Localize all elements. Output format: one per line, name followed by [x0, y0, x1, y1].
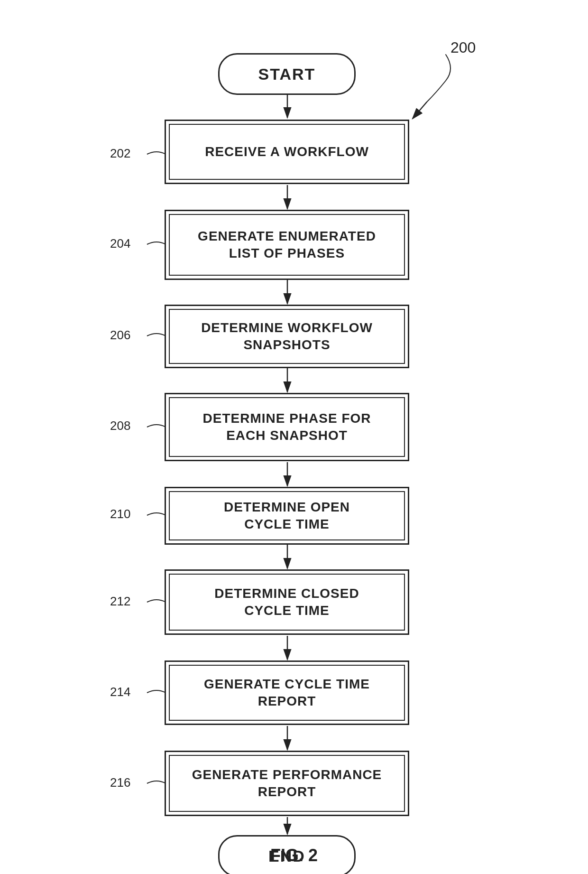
ref-208: 208 [110, 418, 130, 433]
svg-line-10 [413, 102, 427, 119]
step-204-text: GENERATE ENUMERATEDLIST OF PHASES [198, 228, 376, 262]
ref-204: 204 [110, 236, 130, 251]
step-212-text: DETERMINE CLOSEDCYCLE TIME [214, 585, 359, 620]
step-206-text: DETERMINE WORKFLOWSNAPSHOTS [201, 319, 373, 354]
ref-214: 214 [110, 685, 130, 699]
step-208-text: DETERMINE PHASE FOREACH SNAPSHOT [202, 410, 371, 445]
step-212-box: DETERMINE CLOSEDCYCLE TIME [165, 569, 409, 635]
step-206-box: DETERMINE WORKFLOWSNAPSHOTS [165, 305, 409, 368]
step-214-text: GENERATE CYCLE TIMEREPORT [204, 676, 370, 710]
step-204-box: GENERATE ENUMERATEDLIST OF PHASES [165, 210, 409, 280]
step-216-box: GENERATE PERFORMANCEREPORT [165, 751, 409, 816]
diagram-number: 200 [450, 39, 476, 56]
step-208-inner: DETERMINE PHASE FOREACH SNAPSHOT [169, 397, 405, 457]
ref-212: 212 [110, 594, 130, 609]
start-label: START [258, 65, 316, 84]
figure-label: FIG. 2 [0, 846, 588, 865]
step-202-text: RECEIVE A WORKFLOW [205, 143, 369, 160]
ref-210: 210 [110, 507, 130, 521]
step-214-inner: GENERATE CYCLE TIMEREPORT [169, 665, 405, 721]
step-214-box: GENERATE CYCLE TIMEREPORT [165, 660, 409, 725]
step-202-inner: RECEIVE A WORKFLOW [169, 124, 405, 180]
step-212-inner: DETERMINE CLOSEDCYCLE TIME [169, 574, 405, 631]
step-206-inner: DETERMINE WORKFLOWSNAPSHOTS [169, 309, 405, 364]
step-208-box: DETERMINE PHASE FOREACH SNAPSHOT [165, 393, 409, 461]
start-terminal: START [218, 53, 356, 95]
step-202-box: RECEIVE A WORKFLOW [165, 120, 409, 184]
step-210-inner: DETERMINE OPENCYCLE TIME [169, 491, 405, 540]
ref-206: 206 [110, 328, 130, 343]
step-210-text: DETERMINE OPENCYCLE TIME [224, 499, 350, 533]
step-210-box: DETERMINE OPENCYCLE TIME [165, 487, 409, 545]
ref-216: 216 [110, 775, 130, 790]
step-204-inner: GENERATE ENUMERATEDLIST OF PHASES [169, 214, 405, 276]
step-216-inner: GENERATE PERFORMANCEREPORT [169, 755, 405, 812]
flowchart-diagram: 200 START 202 RECEIVE A WORKFLOW 204 GEN… [0, 0, 588, 874]
ref-202: 202 [110, 146, 130, 161]
step-216-text: GENERATE PERFORMANCEREPORT [192, 766, 382, 801]
